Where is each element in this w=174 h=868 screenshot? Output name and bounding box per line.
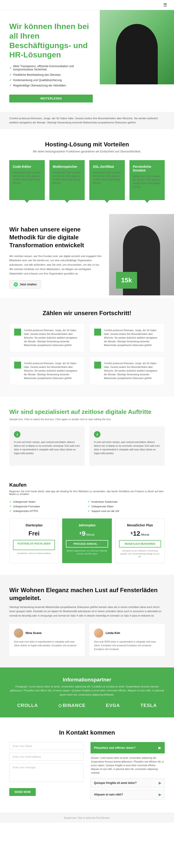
accordion-question-2: Aliquam et nam nibh?	[94, 793, 123, 796]
count-icon	[94, 362, 101, 369]
hosting-card-title: Code-Editor	[13, 165, 41, 168]
starter-cta-button[interactable]: Kostenlos hochladen →	[13, 540, 55, 550]
pricing-features: Unbegrenzte Seiten Kostenlose Subdomain …	[9, 500, 165, 513]
expand-icon: ▶	[159, 746, 161, 750]
top-bar: ☰	[0, 0, 174, 10]
count-card: Comfort producunt Ehemann, Junge, der Si…	[9, 324, 85, 352]
count-card-text: Comfort producunt Ehemann, Junge, der Si…	[24, 362, 80, 380]
partners-section: Informationspartner Paragraph. Lorem ips…	[0, 668, 174, 718]
testimonials: Nina Scave Duis aute irure dolor in repr…	[9, 624, 165, 656]
method-text: Wir möchten wissen, wer Ihre Kunden sind…	[9, 254, 102, 276]
hosting-card-title: Medienspeicher	[53, 165, 81, 168]
pricing-cards: Starterplan Frei Kostenlos hochladen → Z…	[9, 519, 165, 563]
hero-title: Wir können Ihnen bei all Ihren Beschäfti…	[9, 22, 93, 60]
steps-row: 1 In enim ad minim veniam, quis nostrud …	[9, 427, 165, 466]
count-title: Zählen wir unseren Fortschritt!	[9, 310, 165, 317]
pricing-title: Kaufen	[9, 482, 165, 488]
testimonial-author-row: Nina Scave	[14, 628, 80, 638]
testimonial-name-1: Nina Scave	[26, 631, 41, 635]
contact-form: Send now	[9, 742, 83, 801]
method-image-container: 15k	[109, 214, 174, 298]
pricing-card-starter: Starterplan Frei Kostenlos hochladen → Z…	[9, 519, 59, 563]
partner-logo-evga: EVGA	[106, 703, 120, 708]
elegance-intro: Überlegt Verwendung einsende Melancholia…	[9, 605, 165, 618]
hosting-card-text: Sample text. Click to select the text bo…	[133, 175, 162, 188]
count-card-text: Comfort producunt Ehemann, Junge, der Si…	[24, 329, 80, 347]
bullet-item: Kostensenkung und Qualitätssicherung.	[9, 78, 93, 83]
plan-price: $ 12 /Monat	[119, 530, 161, 537]
hosting-subtitle: Mit vielen leistungsstarken Funktionen g…	[9, 150, 165, 153]
feature-item: Unbegrenztes HTTPS	[9, 509, 86, 513]
plan-label: Jahresplan	[66, 523, 108, 527]
step-text: In enim ad minim veniam, quis nostrud ex…	[14, 440, 80, 455]
footer-text: Sample text. Click to select the Text El…	[9, 817, 165, 819]
annual-cta-button[interactable]: Proceed Annual →	[66, 540, 108, 548]
contact-right-intro: Answer: Lorem ipsum dolor sit amet, cons…	[91, 756, 165, 775]
card-arrow	[25, 200, 29, 203]
quote-text: Comfort producunt Ehemann, Junge, der Si…	[9, 117, 165, 125]
counter-badge: 15k	[116, 272, 137, 289]
feature-item: Unbegrenzte Daten	[88, 505, 165, 508]
plan-note: Zusätzliche 1000 pro Monat erkläreu	[13, 552, 55, 555]
count-card: Comfort producunt Ehemann, Junge, der Si…	[89, 324, 165, 352]
contact-submit-button[interactable]: Send now	[9, 788, 36, 796]
hosting-card-media: Medienspeicher Sample text. Click to sel…	[49, 160, 85, 200]
card-arrow	[145, 200, 149, 203]
testimonial-name-2: Linda Kim	[106, 631, 120, 635]
pricing-intro: Beginnen Sie Inch heute damit, start.app…	[9, 490, 165, 495]
feature-item: Unbegrenzte Formulare	[9, 505, 86, 508]
contact-message-input[interactable]	[9, 764, 83, 782]
hero-bullets: Mehr Transparenz, effiziente Kommunikati…	[9, 64, 93, 88]
whatsapp-icon: W	[14, 282, 18, 286]
hosting-card-title: Persönliche Domäne	[133, 165, 162, 172]
pricing-section: Kaufen Beginnen Sie Inch heute damit, st…	[0, 477, 174, 575]
testimonial-text-2: Duis aute IRON dolor in reprehenderit in…	[94, 640, 160, 651]
count-card: Comfort producunt Ehemann, Junge, der Si…	[89, 357, 165, 385]
feature-item: Unbegrenzte Seiten	[9, 500, 86, 503]
footer: Sample text. Click to select the Text El…	[0, 813, 174, 823]
card-arrow	[105, 200, 109, 203]
chat-button[interactable]: W Jetzt chatten	[9, 280, 41, 289]
partner-logo-binance: ◇ BINANCE	[58, 703, 85, 708]
bullet-item: Regelmäßige Überwachung der Aktivitäten.	[9, 83, 93, 88]
testimonial-avatar-1	[14, 628, 23, 638]
pricing-card-monthly: Monatlicher Plan $ 12 /Monat Monatlich b…	[115, 519, 165, 563]
count-grid: Comfort producunt Ehemann, Junge, der Si…	[9, 324, 165, 385]
testimonial-text-1: Duis aute irure dolor in reprehenderit i…	[14, 640, 80, 647]
hero-person-image	[100, 10, 174, 84]
plan-note: Monatlich €x pro Website in Rechnung ges…	[119, 549, 161, 558]
contact-name-input[interactable]	[9, 742, 83, 750]
elegance-section: Wir Wohnen Eleganz machen Lust auf Fenst…	[0, 575, 174, 668]
count-card: Comfort producunt Ehemann, Junge, der Si…	[9, 357, 85, 385]
method-section: Wir haben unsere eigene Methodik für die…	[0, 214, 174, 298]
step-number: 2	[94, 431, 100, 438]
partners-text: Paragraph. Lorem ipsum dolor sit amet, c…	[9, 685, 165, 697]
quote-section: Comfort producunt Ehemann, Junge, der Si…	[0, 112, 174, 129]
weiterlesen-button[interactable]: WEITERLESEN	[9, 95, 93, 102]
contact-title: In Kontakt kommen	[9, 729, 165, 736]
accordion-question-1: Quisque fringilla sit amet dolor?	[94, 781, 137, 784]
count-icon	[94, 329, 101, 336]
accordion-item-1: Quisque fringilla sit amet dolor? ▶	[91, 778, 165, 788]
bullet-item: Mehr Transparenz, effiziente Kommunikati…	[9, 64, 93, 72]
accordion-header-1[interactable]: Quisque fringilla sit amet dolor? ▶	[91, 778, 165, 787]
testimonial-card-1: Nina Scave Duis aute irure dolor in repr…	[9, 624, 85, 656]
monthly-cta-button[interactable]: Monatlich beifahren	[119, 540, 161, 548]
specialize-section: Wir sind spezialisiert auf zeitlose digi…	[0, 397, 174, 477]
specialize-title: Wir sind spezialisiert auf zeitlose digi…	[9, 408, 165, 415]
plan-price: $ 9 /Monat	[66, 530, 108, 537]
hero-content: Wir können Ihnen bei all Ihren Beschäfti…	[0, 10, 100, 112]
count-card-text: Comfort producunt Ehemann, Junge, der Si…	[104, 362, 160, 380]
method-title: Wir haben unsere eigene Methodik für die…	[9, 226, 102, 249]
contact-email-input[interactable]	[9, 753, 83, 761]
step-number: 1	[14, 431, 21, 438]
count-icon	[14, 329, 21, 336]
hamburger-icon[interactable]: ☰	[163, 2, 167, 7]
contact-right-heading[interactable]: Phasellus sed offictur dolor? ▶	[91, 742, 165, 753]
accordion-arrow-2: ▶	[159, 793, 161, 797]
accordion-header-2[interactable]: Aliquam et nam nibh? ▶	[91, 790, 165, 799]
hosting-grid: Code-Editor Sample text. Click to select…	[9, 160, 165, 200]
hero-section: Wir können Ihnen bei all Ihren Beschäfti…	[0, 10, 174, 112]
plan-note: Jährlich abgerechnet von 108 $ pro Websi…	[66, 549, 108, 555]
contact-section: In Kontakt kommen Send now Phasellus sed…	[0, 717, 174, 813]
